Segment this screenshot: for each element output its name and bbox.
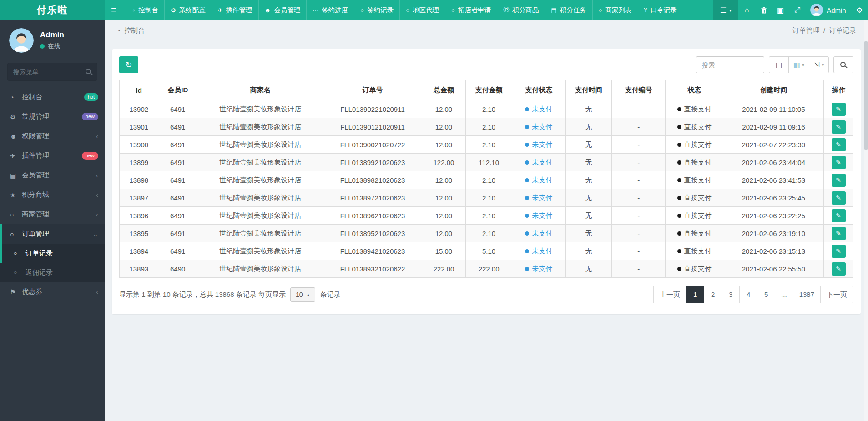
main-content: ◔ 控制台 订单管理 / 订单记录 ↻ ▤ ▦ ▾ [105, 0, 868, 314]
nav-item[interactable]: ◔ 控制台 [126, 0, 164, 20]
column-header[interactable]: 总金额 [422, 80, 466, 100]
column-header[interactable]: 支付状态 [512, 80, 565, 100]
breadcrumb-section[interactable]: 控制台 [124, 26, 145, 35]
nav-item[interactable]: ○ 签约记录 [354, 0, 399, 20]
column-header[interactable]: 支付编号 [612, 80, 666, 100]
page-button[interactable]: 2 [704, 286, 722, 303]
cell-created: 2021-02-06 22:55:50 [723, 260, 824, 278]
column-header[interactable]: 创建时间 [723, 80, 824, 100]
cell-status: 直接支付 [666, 154, 723, 171]
users-icon: ☻ [10, 133, 22, 140]
edit-button[interactable]: ✎ [832, 191, 846, 205]
brand-logo: 付乐啦 [0, 0, 105, 20]
cell-created: 2021-02-06 23:25:45 [723, 189, 824, 207]
page-button[interactable]: 5 [757, 286, 775, 303]
cell-total: 12.00 [422, 136, 466, 154]
fullscreen-icon[interactable]: ⤢ [789, 0, 806, 20]
nav-item-icon: ◔ [132, 7, 136, 14]
column-header[interactable]: 商家名 [197, 80, 323, 100]
page-button[interactable]: 上一页 [653, 286, 686, 303]
page-button[interactable]: 1387 [793, 286, 821, 303]
column-header[interactable]: 支付时间 [565, 80, 612, 100]
edit-button[interactable]: ✎ [832, 138, 846, 151]
cell-merchant: 世纪陆壹捌美妆形象设计店 [197, 225, 323, 242]
table-search-input[interactable] [696, 56, 764, 73]
column-header[interactable]: Id [120, 80, 158, 100]
nav-item[interactable]: ¥ 口令记录 [638, 0, 683, 20]
edit-button[interactable]: ✎ [832, 209, 846, 222]
search-button[interactable] [833, 56, 853, 73]
edit-button[interactable]: ✎ [832, 156, 846, 169]
breadcrumb-parent[interactable]: 订单管理 [792, 26, 820, 35]
edit-button[interactable]: ✎ [832, 174, 846, 187]
nav-item[interactable]: ☻ 会员管理 [258, 0, 307, 20]
nav-item[interactable]: ⚙ 系统配置 [164, 0, 212, 20]
cell-order-no: FLL01389721020623 [323, 189, 422, 207]
scrollbar-thumb[interactable] [864, 41, 868, 150]
table-row: 13898 6491 世纪陆壹捌美妆形象设计店 FLL0138982102062… [120, 171, 853, 189]
gear-icon[interactable]: ⚙ [851, 0, 868, 20]
cell-id: 13900 [120, 136, 158, 154]
cell-paid: 2.10 [466, 118, 512, 136]
page-scrollbar[interactable] [864, 20, 868, 421]
cell-total: 122.00 [422, 154, 466, 171]
cell-merchant: 世纪陆壹捌美妆形象设计店 [197, 242, 323, 260]
sidebar-item-general[interactable]: ⚙ 常规管理 new [0, 107, 105, 126]
sidebar-item-order-records[interactable]: ○ 订单记录 [0, 244, 105, 263]
view-button-group: ▤ ▦ ▾ ⇲ ▾ [769, 56, 829, 73]
column-header[interactable]: 操作 [824, 80, 853, 100]
page-button[interactable]: 下一页 [820, 286, 853, 303]
export-button[interactable]: ⇲ ▾ [809, 56, 829, 73]
page-button[interactable]: 3 [722, 286, 740, 303]
sidebar-search-input[interactable] [7, 63, 97, 81]
nav-item[interactable]: ✈ 插件管理 [212, 0, 258, 20]
edit-button[interactable]: ✎ [832, 262, 846, 276]
column-header[interactable]: 订单号 [323, 80, 422, 100]
nav-item[interactable]: ○ 拓店者申请 [445, 0, 497, 20]
sidebar-item-dashboard[interactable]: ◔ 控制台 hot [0, 87, 105, 107]
home-icon[interactable]: ⌂ [738, 0, 755, 20]
user-menu[interactable]: Admin [806, 0, 851, 20]
sidebar-item-members[interactable]: ▤ 会员管理 ‹ [0, 165, 105, 185]
cache-icon[interactable]: ▣ [772, 0, 789, 20]
sidebar-item-points-mall[interactable]: ★ 积分商城 ‹ [0, 185, 105, 205]
menu-dropdown-toggle[interactable]: ☰ ▾ [713, 0, 738, 20]
edit-button[interactable]: ✎ [832, 120, 846, 134]
trash-icon[interactable] [755, 0, 772, 20]
column-header[interactable]: 状态 [666, 80, 723, 100]
sidebar-item-permissions[interactable]: ☻ 权限管理 ‹ [0, 126, 105, 146]
sidebar-item-orders[interactable]: ○ 订单管理 ⌄ [0, 224, 105, 244]
nav-item[interactable]: ⋯ 签约进度 [306, 0, 354, 20]
page-button[interactable]: 1 [686, 286, 704, 303]
page-size-select[interactable]: 10 ▲ [290, 287, 316, 302]
sidebar-item-coupons[interactable]: ⚑ 优惠券 ‹ [0, 282, 105, 301]
nav-item[interactable]: ○ 地区代理 [399, 0, 445, 20]
caret-down-icon: ▾ [822, 63, 824, 67]
cell-paid: 2.10 [466, 189, 512, 207]
table-row: 13896 6491 世纪陆壹捌美妆形象设计店 FLL0138962102062… [120, 207, 853, 225]
cell-status: 直接支付 [666, 171, 723, 189]
status-dot-icon [677, 231, 681, 236]
nav-item[interactable]: ▤ 积分任务 [545, 0, 592, 20]
sidebar-item-rebate-records[interactable]: ○ 返佣记录 [0, 263, 105, 282]
page-button[interactable]: 4 [739, 286, 757, 303]
refresh-button[interactable]: ↻ [119, 56, 138, 73]
breadcrumb-current: 订单记录 [829, 26, 856, 35]
cell-created: 2021-02-09 11:09:16 [723, 118, 824, 136]
list-view-button[interactable]: ▤ [769, 56, 789, 73]
nav-item[interactable]: Ⓟ 积分商品 [497, 0, 545, 20]
columns-button[interactable]: ▦ ▾ [788, 56, 809, 73]
cell-pay-status: 未支付 [512, 207, 565, 225]
cell-total: 12.00 [422, 100, 466, 118]
column-header[interactable]: 会员ID [158, 80, 197, 100]
sidebar-item-plugins[interactable]: ✈ 插件管理 new [0, 146, 105, 165]
edit-button[interactable]: ✎ [832, 103, 846, 116]
nav-item[interactable]: ☰ [105, 0, 126, 20]
column-header[interactable]: 支付金额 [466, 80, 512, 100]
nav-item-icon: ⚙ [171, 7, 176, 14]
nav-item[interactable]: ○ 商家列表 [592, 0, 638, 20]
sidebar-item-merchants[interactable]: ○ 商家管理 ‹ [0, 205, 105, 224]
edit-button[interactable]: ✎ [832, 227, 846, 240]
page-button[interactable]: ... [775, 286, 793, 303]
edit-button[interactable]: ✎ [832, 245, 846, 258]
